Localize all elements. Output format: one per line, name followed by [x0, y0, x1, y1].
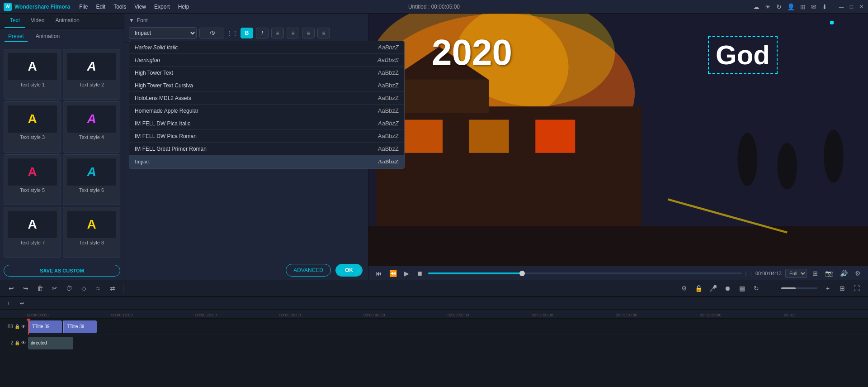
- save-as-custom-button[interactable]: SAVE AS CUSTOM: [4, 265, 120, 277]
- font-row-im-great-primer[interactable]: IM FELL Great Primer Roman AaBbzZ: [129, 143, 404, 155]
- clip-directed-1[interactable]: directed: [28, 337, 73, 349]
- eye-icon-2[interactable]: 👁: [21, 340, 26, 345]
- collapse-icon[interactable]: ▼: [129, 17, 134, 24]
- align-right-button[interactable]: ≡: [302, 28, 315, 38]
- settings-button[interactable]: ⚙: [853, 269, 863, 278]
- download-icon[interactable]: ⬇: [822, 3, 827, 10]
- lock-icon-b3[interactable]: 🔒: [14, 324, 20, 329]
- tab-text[interactable]: Text: [5, 14, 25, 28]
- sun-icon[interactable]: ☀: [765, 3, 771, 10]
- minimize-button[interactable]: —: [838, 4, 844, 10]
- skip-back-button[interactable]: ⏮: [374, 269, 384, 278]
- toolbar: ↩ ↪ 🗑 ✂ ⏱ ◇ ≈ ⇄ ⚙ 🔒 🎤 ⏺ ▤ ↻ — + ⊞ ⛶: [0, 280, 868, 296]
- font-name-im-fell-roman: IM FELL DW Pica Roman: [135, 133, 197, 139]
- cut-button[interactable]: ✂: [49, 282, 61, 294]
- quality-select[interactable]: Full: [785, 269, 807, 278]
- ok-button[interactable]: OK: [335, 264, 363, 277]
- cloud-icon[interactable]: ☁: [753, 3, 760, 10]
- playback-bar[interactable]: [428, 272, 742, 274]
- align-left-button[interactable]: ≡: [271, 28, 284, 38]
- zoom-slider[interactable]: [781, 287, 817, 289]
- font-row-high-tower[interactable]: High Tower Text AaBbzZ: [129, 67, 404, 79]
- font-row-im-fell-italic[interactable]: IM FELL DW Pica Italic AaBbzZ: [129, 117, 404, 130]
- speed-button[interactable]: ⏱: [63, 282, 75, 294]
- menu-file[interactable]: File: [75, 3, 91, 11]
- add-media-button[interactable]: +: [4, 298, 14, 308]
- font-select[interactable]: Impact: [129, 27, 197, 39]
- fit-button[interactable]: ⊞: [836, 282, 848, 294]
- screenshot-button[interactable]: 📷: [823, 269, 835, 278]
- stop-button[interactable]: ⏹: [415, 269, 425, 278]
- maximize-button[interactable]: □: [848, 4, 854, 10]
- ruler-mark-6: 00:01:00:00: [532, 313, 616, 318]
- time-display: 00:00:04:13: [755, 271, 782, 276]
- clip-title-39-1[interactable]: T Title 39: [28, 320, 62, 333]
- volume-button[interactable]: 🔊: [838, 269, 849, 278]
- font-row-harrington[interactable]: Harrington AaBbsS: [129, 54, 404, 67]
- preset-style-5[interactable]: A Text style 5: [4, 154, 61, 205]
- zoom-out-button[interactable]: —: [765, 282, 777, 294]
- lock-icon-2[interactable]: 🔒: [14, 340, 20, 345]
- preset-style-8[interactable]: A Text style 8: [63, 207, 120, 258]
- transition-button[interactable]: ⇄: [107, 282, 118, 294]
- align-center-button[interactable]: ≡: [287, 28, 299, 38]
- svg-rect-8: [469, 120, 509, 153]
- preset-style-2[interactable]: A Text style 2: [63, 49, 120, 100]
- refresh-icon[interactable]: ↻: [776, 3, 782, 10]
- timeline-settings-button[interactable]: 🔒: [693, 282, 704, 294]
- user-icon[interactable]: 👤: [787, 3, 795, 10]
- delete-button[interactable]: 🗑: [34, 282, 46, 294]
- mic-button[interactable]: 🎤: [707, 282, 719, 294]
- bold-button[interactable]: B: [241, 28, 253, 38]
- font-name-im-fell-italic: IM FELL DW Pica Italic: [135, 120, 190, 127]
- preset-style-3[interactable]: A Text style 3: [4, 101, 61, 152]
- tab-animation[interactable]: Animation: [50, 14, 85, 28]
- zoom-in-button[interactable]: +: [822, 282, 834, 294]
- italic-button[interactable]: I: [256, 28, 269, 38]
- menu-help[interactable]: Help: [175, 3, 193, 11]
- timeline-undo-button[interactable]: ↩: [17, 298, 27, 308]
- clip-title-39-2[interactable]: T Title 39: [63, 320, 97, 333]
- caption-button[interactable]: ▤: [736, 282, 748, 294]
- close-button[interactable]: ✕: [858, 4, 864, 10]
- menu-view[interactable]: View: [131, 3, 150, 11]
- menu-export[interactable]: Export: [151, 3, 174, 11]
- font-size-input[interactable]: [199, 28, 224, 38]
- advanced-button[interactable]: ADVANCED: [286, 264, 331, 277]
- track-b3-id: B3: [8, 324, 13, 329]
- font-row-im-fell-roman[interactable]: IM FELL DW Pica Roman AaBbzZ: [129, 130, 404, 143]
- step-back-button[interactable]: ⏪: [387, 269, 399, 278]
- font-name-hololens: HoloLens MDL2 Assets: [135, 95, 191, 101]
- undo-button[interactable]: ↩: [5, 282, 17, 294]
- record-button[interactable]: ⏺: [722, 282, 733, 294]
- font-section-title: Font: [137, 17, 148, 24]
- render-button[interactable]: ⚙: [678, 282, 690, 294]
- tab-video[interactable]: Video: [25, 14, 50, 28]
- eye-icon-b3[interactable]: 👁: [21, 324, 26, 329]
- font-row-homemade[interactable]: Homemade Apple Regular AaBbzZ: [129, 105, 404, 117]
- font-row-harlow-solid[interactable]: Harlow Solid Italic AaBbzZ: [129, 41, 404, 54]
- font-row-high-tower-cursiva[interactable]: High Tower Text Cursiva AaBbzZ: [129, 79, 404, 92]
- timeline-header: + ↩: [0, 297, 868, 310]
- layout-button[interactable]: ⊞: [811, 269, 820, 278]
- loop-button[interactable]: ↻: [750, 282, 762, 294]
- play-button[interactable]: ▶: [402, 269, 411, 278]
- size-stepper-icon[interactable]: ⋮⋮: [227, 30, 238, 36]
- audio-button[interactable]: ≈: [92, 282, 104, 294]
- menu-tools[interactable]: Tools: [110, 3, 130, 11]
- preset-style-1[interactable]: A Text style 1: [4, 49, 61, 100]
- preset-style-7[interactable]: A Text style 7: [4, 207, 61, 258]
- preset-style-6[interactable]: A Text style 6: [63, 154, 120, 205]
- subtab-animation[interactable]: Animation: [32, 31, 63, 42]
- align-justify-button[interactable]: ≡: [317, 28, 330, 38]
- menu-edit[interactable]: Edit: [92, 3, 109, 11]
- subtab-preset[interactable]: Preset: [5, 31, 28, 42]
- font-row-hololens[interactable]: HoloLens MDL2 Assets AaBbzZ: [129, 92, 404, 105]
- color-match-button[interactable]: ◇: [78, 282, 90, 294]
- grid-icon[interactable]: ⊞: [800, 3, 806, 10]
- preset-style-4[interactable]: A Text style 4: [63, 101, 120, 152]
- fullscreen-button[interactable]: ⛶: [851, 282, 863, 294]
- redo-button[interactable]: ↪: [20, 282, 32, 294]
- font-row-impact[interactable]: Impact AaBbzZ: [129, 155, 404, 168]
- mail-icon[interactable]: ✉: [811, 3, 816, 10]
